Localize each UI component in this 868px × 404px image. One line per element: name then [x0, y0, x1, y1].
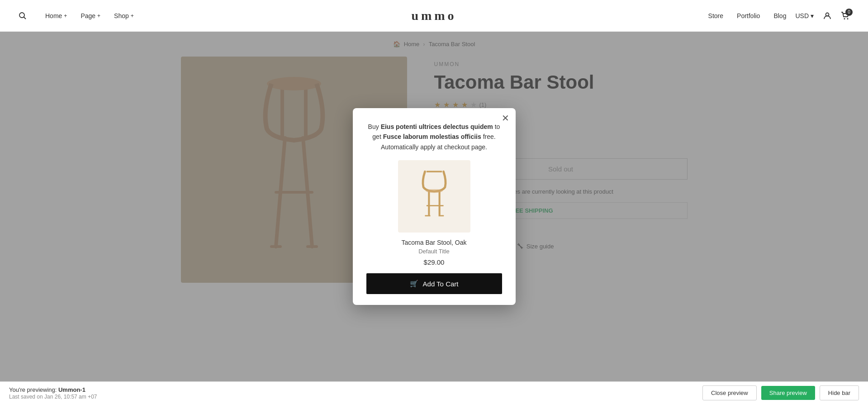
modal-close-button[interactable]: ✕ [502, 114, 509, 123]
nav-shop[interactable]: Shop + [114, 12, 134, 19]
preview-bar: You're previewing: Ummon-1 Last saved on… [0, 381, 868, 404]
page-content: 🏠 Home › Tacoma Bar Stool [0, 32, 868, 381]
header-right: Store Portfolio Blog USD ▾ 0 [708, 11, 850, 20]
svg-rect-18 [438, 191, 440, 216]
cart-icon: 🛒 [410, 280, 418, 288]
nav-home[interactable]: Home + [45, 12, 67, 19]
plus-icon-home: + [64, 13, 67, 19]
modal-product-name: Tacoma Bar Stool, Oak [366, 239, 502, 246]
plus-icon-page: + [97, 13, 100, 19]
share-preview-button[interactable]: Share preview [761, 386, 815, 400]
preview-left: You're previewing: Ummon-1 Last saved on… [9, 386, 97, 400]
promo-bold1: Eius potenti ultrices delectus quidem [381, 123, 493, 130]
close-preview-button[interactable]: Close preview [702, 385, 757, 400]
svg-point-3 [844, 18, 845, 19]
account-icon[interactable] [823, 11, 832, 20]
nav-left: Home + Page + Shop + [45, 12, 134, 19]
nav-right: Store Portfolio Blog [708, 12, 787, 19]
nav-page[interactable]: Page + [81, 12, 100, 19]
svg-rect-17 [428, 191, 430, 216]
modal-add-to-cart-button[interactable]: 🛒 Add To Cart [366, 273, 502, 294]
promo-bold2: Fusce laborum molestias officiis [383, 133, 481, 140]
logo[interactable]: ummo [411, 9, 456, 23]
svg-point-0 [19, 13, 24, 18]
header: Home + Page + Shop + ummo Store Portfoli… [0, 0, 868, 32]
nav-store[interactable]: Store [708, 12, 723, 19]
hide-bar-button[interactable]: Hide bar [820, 385, 859, 400]
modal-product-variant: Default Title [366, 248, 502, 255]
last-saved-text: Last saved on Jan 26, 10:57 am +07 [9, 394, 97, 400]
preview-right: Close preview Share preview Hide bar [702, 385, 859, 400]
promo-modal: ✕ Buy Eius potenti ultrices delectus qui… [353, 108, 516, 305]
modal-chair-svg [407, 167, 461, 226]
svg-point-4 [847, 18, 849, 19]
modal-overlay: ✕ Buy Eius potenti ultrices delectus qui… [0, 32, 868, 381]
plus-icon-shop: + [131, 13, 134, 19]
svg-line-1 [24, 17, 26, 19]
header-left: Home + Page + Shop + [18, 11, 134, 20]
nav-portfolio[interactable]: Portfolio [737, 12, 760, 19]
modal-promo-text: Buy Eius potenti ultrices delectus quide… [366, 122, 502, 152]
cart-icon[interactable]: 0 [841, 11, 850, 20]
modal-product-price: $29.00 [366, 258, 502, 266]
svg-point-22 [426, 189, 443, 193]
currency-selector[interactable]: USD ▾ [795, 12, 814, 19]
theme-name: Ummon-1 [58, 386, 85, 393]
modal-product-image [398, 160, 470, 233]
nav-blog[interactable]: Blog [773, 12, 786, 19]
search-icon[interactable] [18, 11, 27, 20]
